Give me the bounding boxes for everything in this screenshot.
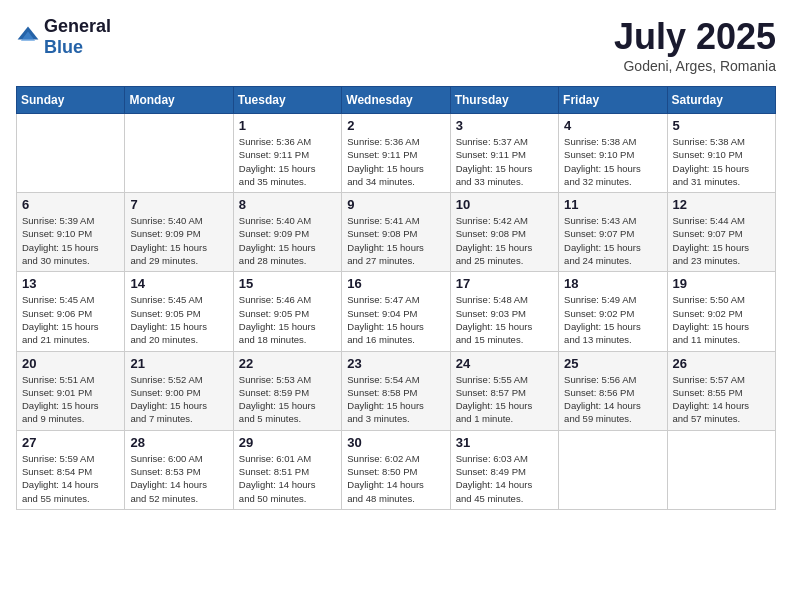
day-cell: 5Sunrise: 5:38 AM Sunset: 9:10 PM Daylig… [667,114,775,193]
week-row-1: 1Sunrise: 5:36 AM Sunset: 9:11 PM Daylig… [17,114,776,193]
week-row-2: 6Sunrise: 5:39 AM Sunset: 9:10 PM Daylig… [17,193,776,272]
day-cell: 11Sunrise: 5:43 AM Sunset: 9:07 PM Dayli… [559,193,667,272]
day-number: 26 [673,356,770,371]
day-cell: 21Sunrise: 5:52 AM Sunset: 9:00 PM Dayli… [125,351,233,430]
day-cell [125,114,233,193]
week-row-3: 13Sunrise: 5:45 AM Sunset: 9:06 PM Dayli… [17,272,776,351]
day-info: Sunrise: 6:00 AM Sunset: 8:53 PM Dayligh… [130,452,227,505]
day-cell: 4Sunrise: 5:38 AM Sunset: 9:10 PM Daylig… [559,114,667,193]
day-number: 3 [456,118,553,133]
day-info: Sunrise: 5:45 AM Sunset: 9:05 PM Dayligh… [130,293,227,346]
day-number: 14 [130,276,227,291]
day-number: 19 [673,276,770,291]
day-cell: 25Sunrise: 5:56 AM Sunset: 8:56 PM Dayli… [559,351,667,430]
calendar: SundayMondayTuesdayWednesdayThursdayFrid… [16,86,776,510]
day-cell: 12Sunrise: 5:44 AM Sunset: 9:07 PM Dayli… [667,193,775,272]
day-number: 7 [130,197,227,212]
day-number: 2 [347,118,444,133]
day-number: 17 [456,276,553,291]
day-cell: 20Sunrise: 5:51 AM Sunset: 9:01 PM Dayli… [17,351,125,430]
day-number: 5 [673,118,770,133]
day-cell: 17Sunrise: 5:48 AM Sunset: 9:03 PM Dayli… [450,272,558,351]
day-number: 29 [239,435,336,450]
title-section: July 2025 Godeni, Arges, Romania [614,16,776,74]
day-cell [667,430,775,509]
logo: General Blue [16,16,111,58]
day-number: 21 [130,356,227,371]
day-info: Sunrise: 5:56 AM Sunset: 8:56 PM Dayligh… [564,373,661,426]
day-number: 9 [347,197,444,212]
day-cell: 28Sunrise: 6:00 AM Sunset: 8:53 PM Dayli… [125,430,233,509]
day-cell: 9Sunrise: 5:41 AM Sunset: 9:08 PM Daylig… [342,193,450,272]
calendar-header: SundayMondayTuesdayWednesdayThursdayFrid… [17,87,776,114]
weekday-header-tuesday: Tuesday [233,87,341,114]
day-cell: 16Sunrise: 5:47 AM Sunset: 9:04 PM Dayli… [342,272,450,351]
day-info: Sunrise: 5:50 AM Sunset: 9:02 PM Dayligh… [673,293,770,346]
weekday-header-thursday: Thursday [450,87,558,114]
weekday-header-saturday: Saturday [667,87,775,114]
day-info: Sunrise: 6:01 AM Sunset: 8:51 PM Dayligh… [239,452,336,505]
day-info: Sunrise: 5:36 AM Sunset: 9:11 PM Dayligh… [347,135,444,188]
day-info: Sunrise: 5:42 AM Sunset: 9:08 PM Dayligh… [456,214,553,267]
day-number: 1 [239,118,336,133]
day-info: Sunrise: 5:40 AM Sunset: 9:09 PM Dayligh… [130,214,227,267]
day-number: 8 [239,197,336,212]
day-info: Sunrise: 5:39 AM Sunset: 9:10 PM Dayligh… [22,214,119,267]
day-number: 24 [456,356,553,371]
day-cell: 31Sunrise: 6:03 AM Sunset: 8:49 PM Dayli… [450,430,558,509]
day-info: Sunrise: 5:38 AM Sunset: 9:10 PM Dayligh… [564,135,661,188]
day-cell: 1Sunrise: 5:36 AM Sunset: 9:11 PM Daylig… [233,114,341,193]
day-cell [559,430,667,509]
day-cell: 10Sunrise: 5:42 AM Sunset: 9:08 PM Dayli… [450,193,558,272]
day-cell: 30Sunrise: 6:02 AM Sunset: 8:50 PM Dayli… [342,430,450,509]
day-number: 23 [347,356,444,371]
weekday-header-monday: Monday [125,87,233,114]
day-info: Sunrise: 6:02 AM Sunset: 8:50 PM Dayligh… [347,452,444,505]
day-cell: 3Sunrise: 5:37 AM Sunset: 9:11 PM Daylig… [450,114,558,193]
location: Godeni, Arges, Romania [614,58,776,74]
page-header: General Blue July 2025 Godeni, Arges, Ro… [16,16,776,74]
day-info: Sunrise: 5:49 AM Sunset: 9:02 PM Dayligh… [564,293,661,346]
day-number: 10 [456,197,553,212]
day-info: Sunrise: 5:59 AM Sunset: 8:54 PM Dayligh… [22,452,119,505]
day-number: 20 [22,356,119,371]
day-number: 25 [564,356,661,371]
day-info: Sunrise: 5:44 AM Sunset: 9:07 PM Dayligh… [673,214,770,267]
day-cell: 27Sunrise: 5:59 AM Sunset: 8:54 PM Dayli… [17,430,125,509]
day-number: 4 [564,118,661,133]
day-number: 27 [22,435,119,450]
week-row-5: 27Sunrise: 5:59 AM Sunset: 8:54 PM Dayli… [17,430,776,509]
weekday-header-sunday: Sunday [17,87,125,114]
day-info: Sunrise: 5:51 AM Sunset: 9:01 PM Dayligh… [22,373,119,426]
day-number: 31 [456,435,553,450]
day-info: Sunrise: 5:45 AM Sunset: 9:06 PM Dayligh… [22,293,119,346]
weekday-header-row: SundayMondayTuesdayWednesdayThursdayFrid… [17,87,776,114]
day-number: 30 [347,435,444,450]
day-info: Sunrise: 5:43 AM Sunset: 9:07 PM Dayligh… [564,214,661,267]
day-info: Sunrise: 5:54 AM Sunset: 8:58 PM Dayligh… [347,373,444,426]
day-cell: 29Sunrise: 6:01 AM Sunset: 8:51 PM Dayli… [233,430,341,509]
day-number: 15 [239,276,336,291]
weekday-header-wednesday: Wednesday [342,87,450,114]
day-cell: 7Sunrise: 5:40 AM Sunset: 9:09 PM Daylig… [125,193,233,272]
day-cell: 15Sunrise: 5:46 AM Sunset: 9:05 PM Dayli… [233,272,341,351]
day-cell: 8Sunrise: 5:40 AM Sunset: 9:09 PM Daylig… [233,193,341,272]
day-number: 6 [22,197,119,212]
day-info: Sunrise: 5:47 AM Sunset: 9:04 PM Dayligh… [347,293,444,346]
day-number: 13 [22,276,119,291]
day-number: 28 [130,435,227,450]
day-cell: 18Sunrise: 5:49 AM Sunset: 9:02 PM Dayli… [559,272,667,351]
day-info: Sunrise: 5:53 AM Sunset: 8:59 PM Dayligh… [239,373,336,426]
day-cell [17,114,125,193]
logo-text: General Blue [44,16,111,58]
day-info: Sunrise: 5:48 AM Sunset: 9:03 PM Dayligh… [456,293,553,346]
day-cell: 24Sunrise: 5:55 AM Sunset: 8:57 PM Dayli… [450,351,558,430]
day-cell: 13Sunrise: 5:45 AM Sunset: 9:06 PM Dayli… [17,272,125,351]
day-info: Sunrise: 6:03 AM Sunset: 8:49 PM Dayligh… [456,452,553,505]
logo-icon [16,25,40,49]
day-cell: 23Sunrise: 5:54 AM Sunset: 8:58 PM Dayli… [342,351,450,430]
day-cell: 22Sunrise: 5:53 AM Sunset: 8:59 PM Dayli… [233,351,341,430]
day-info: Sunrise: 5:55 AM Sunset: 8:57 PM Dayligh… [456,373,553,426]
day-info: Sunrise: 5:52 AM Sunset: 9:00 PM Dayligh… [130,373,227,426]
day-cell: 6Sunrise: 5:39 AM Sunset: 9:10 PM Daylig… [17,193,125,272]
